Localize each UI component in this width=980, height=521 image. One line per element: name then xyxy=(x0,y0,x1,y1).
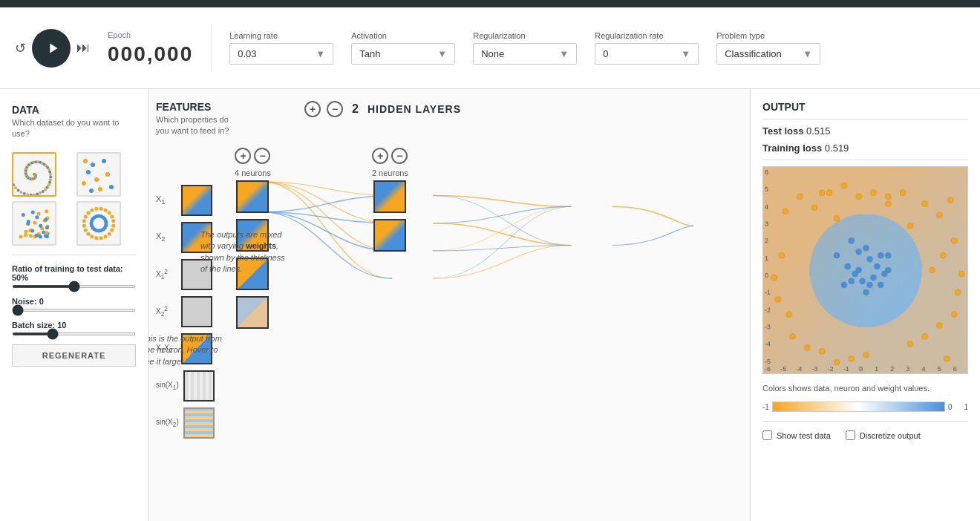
batch-slider-group: Batch size: 10 xyxy=(12,321,136,335)
reg-rate-group: Regularization rate 0 ▼ xyxy=(595,31,699,65)
feature-sinx2: sin(X2) xyxy=(156,407,223,439)
dataset-scattered[interactable] xyxy=(76,152,121,197)
dataset-blob[interactable] xyxy=(12,201,56,246)
show-test-data-row: Show test data xyxy=(762,430,831,440)
scale-min-label: -1 xyxy=(762,403,769,411)
chevron-down-icon: ▼ xyxy=(681,48,690,59)
dataset-canvas-2 xyxy=(78,154,120,195)
activation-value: Tanh xyxy=(359,48,380,59)
reg-rate-label: Regularization rate xyxy=(595,31,699,40)
output-visualization xyxy=(762,166,968,374)
ratio-slider-group: Ratio of training to test data: 50% xyxy=(12,264,136,288)
data-subtitle: Which dataset do you want to use? xyxy=(12,117,136,140)
regularization-value: None xyxy=(481,48,504,59)
feature-x2sq: X22 xyxy=(156,296,223,327)
remove-layer-button[interactable]: − xyxy=(327,101,343,117)
chevron-down-icon: ▼ xyxy=(803,48,812,59)
show-test-data-label: Show test data xyxy=(777,431,831,440)
scale-max-label: 1 xyxy=(964,403,968,411)
ratio-slider[interactable] xyxy=(12,285,136,288)
color-description: Colors shows data, neuron and weight val… xyxy=(762,383,968,394)
layer2-controls: + − xyxy=(372,148,408,164)
discretize-output-checkbox[interactable] xyxy=(846,430,855,440)
discretize-output-label: Discretize output xyxy=(860,431,921,440)
svg-marker-0 xyxy=(50,43,57,53)
training-loss-value: 0.519 xyxy=(825,142,849,154)
training-loss-row: Training loss 0.519 xyxy=(762,142,968,154)
features-sub: Which properties do you want to feed in? xyxy=(156,114,238,137)
problem-type-group: Problem type Classification ▼ xyxy=(716,31,820,65)
feature-neuron-x1[interactable] xyxy=(181,185,212,216)
header: ↺ ⏭ Epoch 000,000 Learning rate 0.03 ▼ A… xyxy=(0,7,980,89)
regularization-group: Regularization None ▼ xyxy=(473,31,577,65)
play-button[interactable] xyxy=(32,29,71,68)
ratio-label: Ratio of training to test data: 50% xyxy=(12,264,136,282)
discretize-output-row: Discretize output xyxy=(846,430,921,440)
batch-slider[interactable] xyxy=(12,332,136,335)
dataset-spiral[interactable] xyxy=(12,152,56,197)
problem-type-label: Problem type xyxy=(716,31,820,40)
features-column: X1 X2 X12 X22 xyxy=(156,170,223,439)
test-loss-value: 0.515 xyxy=(806,125,831,137)
dataset-canvas-4 xyxy=(78,203,120,244)
reset-button[interactable]: ↺ xyxy=(15,40,26,56)
hidden-layers-title: HIDDEN LAYERS xyxy=(368,103,461,115)
problem-type-value: Classification xyxy=(725,48,782,59)
epoch-value: 000,000 xyxy=(108,42,193,66)
sidebar: DATA Which dataset do you want to use? xyxy=(0,89,148,521)
main-content: DATA Which dataset do you want to use? xyxy=(0,89,980,521)
output-canvas xyxy=(763,167,967,373)
remove-neuron-layer2[interactable]: − xyxy=(391,148,408,164)
dataset-rings[interactable] xyxy=(76,201,121,246)
feature-neuron-sinx2[interactable] xyxy=(183,407,215,439)
problem-type-select[interactable]: Classification ▼ xyxy=(716,43,820,65)
activation-select[interactable]: Tanh ▼ xyxy=(351,43,455,65)
layer1-neuron-1[interactable] xyxy=(236,180,269,213)
num-hidden-layers: 2 xyxy=(352,102,359,116)
add-layer-button[interactable]: + xyxy=(304,101,321,117)
show-test-data-checkbox[interactable] xyxy=(762,430,772,440)
playback-controls: ↺ ⏭ xyxy=(15,29,90,68)
noise-slider[interactable] xyxy=(12,309,136,312)
layer1-neuron-count: 4 neurons xyxy=(235,168,271,177)
regularization-select[interactable]: None ▼ xyxy=(473,43,577,65)
scale-mid-label: 0 xyxy=(948,403,953,411)
step-button[interactable]: ⏭ xyxy=(76,40,90,56)
layer1-controls: + − xyxy=(235,148,270,164)
feature-x1: X1 xyxy=(156,185,223,216)
color-scale-bar xyxy=(772,402,945,412)
layer2-neuron-1[interactable] xyxy=(373,180,406,213)
learning-rate-group: Learning rate 0.03 ▼ xyxy=(229,31,333,65)
learning-rate-select[interactable]: 0.03 ▼ xyxy=(229,43,333,65)
add-neuron-layer2[interactable]: + xyxy=(372,148,388,164)
dataset-grid xyxy=(12,152,136,246)
output-checkboxes: Show test data Discretize output xyxy=(762,430,968,440)
data-title: DATA xyxy=(12,104,136,116)
reg-rate-value: 0 xyxy=(603,48,608,59)
network-panel: FEATURES Which properties do you want to… xyxy=(148,89,750,521)
features-title: FEATURES xyxy=(156,101,238,113)
remove-neuron-layer1[interactable]: − xyxy=(254,148,270,164)
learning-rate-value: 0.03 xyxy=(238,48,256,59)
noise-slider-group: Noise: 0 xyxy=(12,297,136,312)
output-title: OUTPUT xyxy=(762,101,968,113)
reg-rate-select[interactable]: 0 ▼ xyxy=(595,43,699,65)
layer2-neurons xyxy=(373,180,406,252)
feature-neuron-x2sq[interactable] xyxy=(181,296,212,327)
layer2-neuron-count: 2 neurons xyxy=(372,168,408,177)
test-loss-row: Test loss 0.515 xyxy=(762,125,968,137)
tooltip-neuron-output: This is the output from one neuron. Hove… xyxy=(148,333,230,367)
layer2-neuron-2[interactable] xyxy=(373,219,406,252)
regenerate-button[interactable]: REGENERATE xyxy=(12,344,136,367)
data-section: DATA Which dataset do you want to use? xyxy=(12,104,136,140)
feature-neuron-sinx1[interactable] xyxy=(183,370,215,402)
layer2-wrapper: + − 2 neurons The outputs are mixed with… xyxy=(372,148,408,252)
dataset-canvas-1 xyxy=(13,154,55,195)
chevron-down-icon: ▼ xyxy=(559,48,569,59)
add-neuron-layer1[interactable]: + xyxy=(235,148,251,164)
regularization-label: Regularization xyxy=(473,31,577,40)
tooltip-weights: The outputs are mixed with varying weigh… xyxy=(200,229,290,275)
layer1-neuron-4[interactable] xyxy=(236,296,269,329)
learning-rate-label: Learning rate xyxy=(229,31,333,40)
epoch-group: Epoch 000,000 xyxy=(108,30,193,66)
